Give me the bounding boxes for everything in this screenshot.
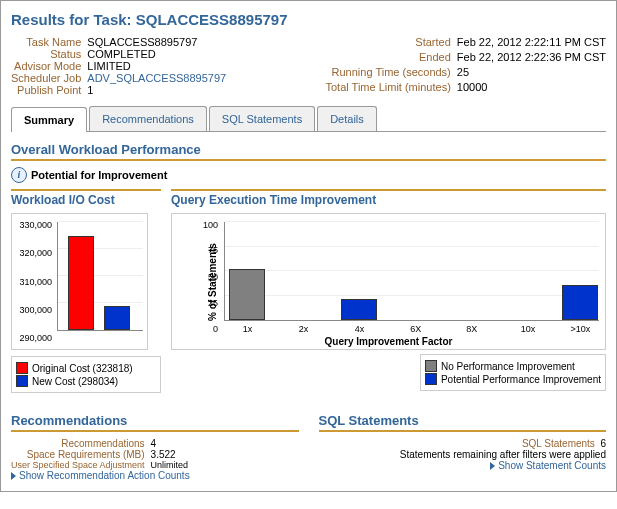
label-status: Status: [11, 48, 87, 60]
info-icon: i: [11, 167, 27, 183]
value-started: Feb 22, 2012 2:22:11 PM CST: [457, 36, 606, 51]
value-time-limit: 10000: [457, 81, 606, 96]
remaining-text: Statements remaining after filters were …: [319, 449, 607, 460]
tab-recommendations[interactable]: Recommendations: [89, 106, 207, 131]
xtick: 8X: [466, 324, 477, 334]
ytick: 25: [208, 298, 218, 308]
label-task-name: Task Name: [11, 36, 87, 48]
meta-left: Task NameSQLACCESS8895797 StatusCOMPLETE…: [11, 36, 226, 96]
xtick: 6X: [410, 324, 421, 334]
potential-head: Potential for Improvement: [31, 169, 167, 181]
label-scheduler-job: Scheduler Job: [11, 72, 87, 84]
query-improvement-title: Query Execution Time Improvement: [171, 191, 606, 213]
xtick: 4x: [355, 324, 365, 334]
value-ended: Feb 22, 2012 2:22:36 PM CST: [457, 51, 606, 66]
swatch-blue: [16, 375, 28, 387]
value-publish-point: 1: [87, 84, 226, 96]
xtick: 2x: [299, 324, 309, 334]
value-advisor-mode: LIMITED: [87, 60, 226, 72]
legend-potential: Potential Performance Improvement: [441, 374, 601, 385]
workload-io-cost-panel: Workload I/O Cost 290,000 300,000 310,00…: [11, 189, 161, 393]
tabs: Summary Recommendations SQL Statements D…: [11, 106, 606, 132]
value-status: COMPLETED: [87, 48, 226, 60]
ytick: 100: [203, 220, 218, 230]
ytick: 300,000: [19, 305, 52, 315]
xtick: 1x: [243, 324, 253, 334]
label-advisor-mode: Advisor Mode: [11, 60, 87, 72]
label-recs: Recommendations: [11, 438, 151, 449]
label-sql: SQL Statements: [522, 438, 595, 449]
label-started: Started: [325, 36, 456, 51]
legend-workload: Original Cost (323818) New Cost (298034): [11, 356, 161, 393]
xlabel: Query Improvement Factor: [172, 336, 605, 347]
page-title: Results for Task: SQLACCESS8895797: [11, 11, 606, 28]
value-sql: 6: [600, 438, 606, 449]
bar-gt10x: [562, 285, 598, 320]
value-scheduler-job[interactable]: ADV_SQLACCESS8895797: [87, 72, 226, 84]
sql-statements-head: SQL Statements: [319, 413, 607, 432]
sql-statements-section: SQL Statements SQL Statements 6 Statemen…: [319, 403, 607, 481]
value-recs: 4: [151, 438, 189, 449]
xtick: >10x: [570, 324, 590, 334]
expand-icon: [490, 462, 495, 470]
workload-io-cost-chart: 290,000 300,000 310,000 320,000 330,000: [11, 213, 148, 350]
swatch-gray: [425, 360, 437, 372]
recommendations-head: Recommendations: [11, 413, 299, 432]
query-improvement-chart: % of Statements 0 25 50 75 100 1x: [171, 213, 606, 350]
ytick: 50: [208, 272, 218, 282]
label-running-time: Running Time (seconds): [325, 66, 456, 81]
show-stmt-counts-link[interactable]: Show Statement Counts: [319, 460, 607, 471]
ytick: 75: [208, 245, 218, 255]
tab-sql-statements[interactable]: SQL Statements: [209, 106, 315, 131]
legend-no-improvement: No Performance Improvement: [441, 361, 575, 372]
label-time-limit: Total Time Limit (minutes): [325, 81, 456, 96]
swatch-blue: [425, 373, 437, 385]
meta-right: StartedFeb 22, 2012 2:22:11 PM CST Ended…: [325, 36, 606, 96]
query-improvement-panel: Query Execution Time Improvement % of St…: [171, 189, 606, 393]
value-space: 3.522: [151, 449, 189, 460]
bar-1x: [229, 269, 265, 320]
swatch-red: [16, 362, 28, 374]
label-publish-point: Publish Point: [11, 84, 87, 96]
ytick: 330,000: [19, 220, 52, 230]
overall-workload-head: Overall Workload Performance: [11, 142, 606, 161]
xtick: 10x: [521, 324, 536, 334]
legend-original: Original Cost (323818): [32, 363, 133, 374]
label-adj: User Specified Space Adjustment: [11, 460, 151, 470]
label-ended: Ended: [325, 51, 456, 66]
tab-details[interactable]: Details: [317, 106, 377, 131]
value-adj: Unlimited: [151, 460, 189, 470]
value-running-time: 25: [457, 66, 606, 81]
workload-io-cost-title: Workload I/O Cost: [11, 191, 161, 213]
label-space: Space Requirements (MB): [11, 449, 151, 460]
legend-query: No Performance Improvement Potential Per…: [420, 354, 606, 391]
ytick: 0: [213, 324, 218, 334]
recommendations-section: Recommendations Recommendations4 Space R…: [11, 403, 299, 481]
ytick: 320,000: [19, 248, 52, 258]
tab-summary[interactable]: Summary: [11, 107, 87, 132]
bar-new-cost: [104, 306, 130, 330]
bar-original-cost: [68, 236, 94, 330]
value-task-name: SQLACCESS8895797: [87, 36, 226, 48]
ytick: 290,000: [19, 333, 52, 343]
expand-icon: [11, 472, 16, 480]
show-rec-counts-link[interactable]: Show Recommendation Action Counts: [11, 470, 299, 481]
ytick: 310,000: [19, 277, 52, 287]
bar-4x: [341, 299, 377, 320]
legend-new: New Cost (298034): [32, 376, 118, 387]
